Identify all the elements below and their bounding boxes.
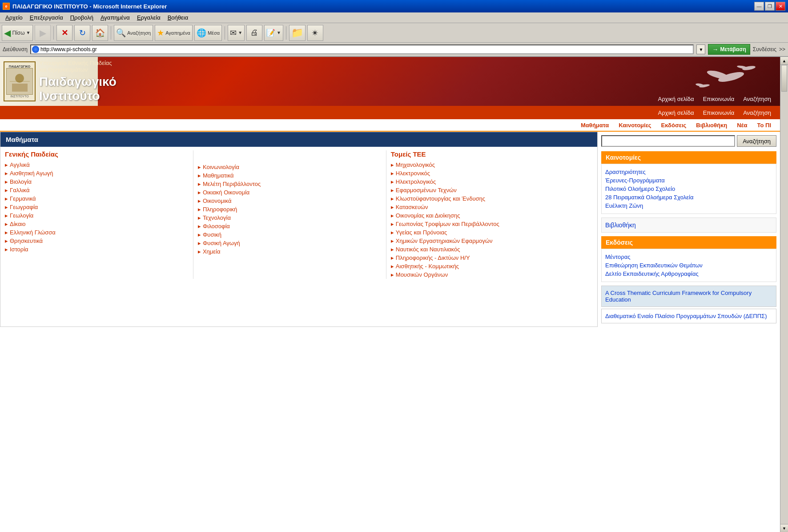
close-button[interactable]: ✕ <box>776 2 785 11</box>
nav-search-link[interactable]: Αναζήτηση <box>743 96 771 102</box>
menu-view[interactable]: Προβολή <box>67 13 97 22</box>
mail-button[interactable]: ✉ ▼ <box>228 25 245 41</box>
nav-top-contact[interactable]: Επικοινωνία <box>703 109 735 116</box>
bibliotiki-link[interactable]: Βιβλιοθήκη <box>605 222 636 229</box>
col-genikes-2: Κοινωνιολογία Μαθηματικά Μελέτη Περιβάλλ… <box>193 150 386 279</box>
tee-xhmikwn[interactable]: Χημικών Εργαστηριακών Εφαρμογών <box>391 237 593 245</box>
back-button[interactable]: ◀ Πίσω ▼ <box>2 25 33 41</box>
menu-file[interactable]: Αρχείο <box>2 13 26 22</box>
menu-tools[interactable]: Εργαλεία <box>133 13 164 22</box>
course-aisthitiki[interactable]: Αισθητική Αγωγή <box>5 169 189 177</box>
dropdown-arrow-2-icon: ▼ <box>238 30 242 35</box>
logo-text-top: ΠΑΙΔΑΓΩΓΙΚΟ <box>9 65 30 68</box>
link-mentoras[interactable]: Μέντορας <box>605 253 772 261</box>
nav-top-home[interactable]: Αρχική σελίδα <box>658 109 694 116</box>
link-drastiriotites[interactable]: Δραστηριότητες <box>605 168 772 176</box>
course-texnologia[interactable]: Τεχνολογία <box>198 214 382 222</box>
course-dikaio[interactable]: Δίκαιο <box>5 220 189 228</box>
scroll-track[interactable] <box>780 65 788 524</box>
course-koinoniologia[interactable]: Κοινωνιολογία <box>198 163 382 171</box>
nav-topi[interactable]: Το ΠΙ <box>757 122 771 129</box>
tee-mousikwn[interactable]: Μουσικών Οργάνων <box>391 270 593 279</box>
search-button[interactable]: 🔍 Αναζήτηση <box>114 25 153 41</box>
course-elliniki[interactable]: Ελληνική Γλώσσα <box>5 228 189 237</box>
cross-thematic-box[interactable]: A Cross Thematic Curriculum Framework fo… <box>601 286 776 307</box>
refresh-button[interactable]: ↻ <box>74 25 90 41</box>
scroll-down-button[interactable]: ▼ <box>780 524 788 532</box>
site-search-button[interactable]: Αναζήτηση <box>737 135 776 147</box>
tee-oikonomias[interactable]: Οικονομίας και Διοίκησης <box>391 211 593 220</box>
media-button[interactable]: 🌐 Μέσα <box>194 25 222 41</box>
address-input[interactable] <box>40 46 692 52</box>
favorites-button[interactable]: ★ Αγαπημένα <box>155 25 193 41</box>
course-mathimatika[interactable]: Μαθηματικά <box>198 171 382 180</box>
messenger-button[interactable]: ✴ <box>307 25 323 41</box>
tee-ilektrologikos[interactable]: Ηλεκτρολογικός <box>391 177 593 186</box>
nav-contact[interactable]: Επικοινωνία <box>703 96 735 102</box>
tee-aisthitikis[interactable]: Αισθητικής - Κομμωτικής <box>391 262 593 270</box>
course-meleti[interactable]: Μελέτη Περιβάλλοντος <box>198 180 382 188</box>
star-icon: ★ <box>157 28 164 38</box>
tee-geoponias[interactable]: Γεωπονίας Τροφίμων και Περιβάλλοντος <box>391 220 593 228</box>
link-epigewrisi[interactable]: Επιθεώρηση Εκπαιδευτικών Θεμάτων <box>605 261 772 270</box>
menu-help[interactable]: Βοήθεια <box>164 13 192 22</box>
menu-edit[interactable]: Επεξεργασία <box>26 13 67 22</box>
nav-vivliothiki[interactable]: Βιβλιοθήκη <box>696 122 727 129</box>
tee-nautikos[interactable]: Ναυτικός και Ναυτιλιακός <box>391 245 593 254</box>
scroll-up-button[interactable]: ▲ <box>780 57 788 65</box>
link-deltio[interactable]: Δελτίο Εκπαιδευτικής Αρθρογραφίας <box>605 270 772 278</box>
go-button[interactable]: → Μετάβαση <box>708 44 750 55</box>
course-istoria[interactable]: Ιστορία <box>5 245 189 254</box>
menu-favorites[interactable]: Αγαπημένα <box>97 13 133 22</box>
course-germanika[interactable]: Γερμανικά <box>5 194 189 203</box>
tee-mhxanologikos[interactable]: Μηχανολογικός <box>391 161 593 169</box>
diathematiko-box[interactable]: Διαθεματικό Ενιαίο Πλαίσιο Προγραμμάτων … <box>601 309 776 323</box>
address-input-wrap[interactable] <box>30 44 694 54</box>
tee-klwsto[interactable]: Κλωστοϋφαντουργίας και Ένδυσης <box>391 194 593 203</box>
tee-efarmogmenwn[interactable]: Εφαρμοσμένων Τεχνών <box>391 186 593 194</box>
tee-kataskeywn[interactable]: Κατασκευών <box>391 203 593 211</box>
edit-button[interactable]: 📝 ▼ <box>264 25 283 41</box>
course-pliroforiiki[interactable]: Πληροφορική <box>198 205 382 214</box>
nav-kainotomies[interactable]: Καινοτομίες <box>619 122 651 129</box>
site-search-input[interactable] <box>601 135 735 147</box>
toolbar-separator-2 <box>111 26 111 40</box>
course-filosofia[interactable]: Φιλοσοφία <box>198 222 382 230</box>
course-oikonomika[interactable]: Οικονομικά <box>198 197 382 205</box>
maximize-button[interactable]: ❐ <box>765 2 775 11</box>
course-fysiki-agogi[interactable]: Φυσική Αγωγή <box>198 239 382 247</box>
link-ereunes[interactable]: Έρευνες-Προγράμματα <box>605 176 772 185</box>
nav-top-search[interactable]: Αναζήτηση <box>743 109 771 116</box>
address-dropdown-button[interactable]: ▼ <box>696 44 705 54</box>
course-agglika[interactable]: Αγγλικά <box>5 161 189 169</box>
nav-ekdoseis[interactable]: Εκδόσεις <box>661 122 687 129</box>
nav-mathimata[interactable]: Μαθήματα <box>581 122 609 129</box>
folder-button[interactable]: 📁 <box>289 25 306 41</box>
course-fysiki[interactable]: Φυσική <box>198 230 382 239</box>
course-oikiaki[interactable]: Οικιακή Οικονομία <box>198 188 382 197</box>
course-thriskeftika[interactable]: Θρησκευτικά <box>5 237 189 245</box>
link-euelikti[interactable]: Ευέλικτη Ζώνη <box>605 202 772 210</box>
tee-pliroforikis[interactable]: Πληροφορικής - Δικτύων Η/Υ <box>391 254 593 262</box>
tee-ilektronikos[interactable]: Ηλεκτρονικός <box>391 169 593 177</box>
print-button[interactable]: 🖨 <box>246 25 262 41</box>
course-geografia[interactable]: Γεωγραφία <box>5 203 189 211</box>
course-xhmeia[interactable]: Χημεία <box>198 247 382 256</box>
diathematiko-link[interactable]: Διαθεματικό Ενιαίο Πλαίσιο Προγραμμάτων … <box>605 313 767 319</box>
nav-nea[interactable]: Νέα <box>737 122 747 129</box>
course-viologia[interactable]: Βιολογία <box>5 177 189 186</box>
tee-ygeias[interactable]: Υγείας και Πρόνοιας <box>391 228 593 237</box>
nav-home[interactable]: Αρχική σελίδα <box>658 96 694 102</box>
cross-thematic-link[interactable]: A Cross Thematic Curriculum Framework fo… <box>605 290 752 303</box>
stop-button[interactable]: ✕ <box>56 25 72 41</box>
scroll-thumb[interactable] <box>781 65 787 92</box>
links-more[interactable]: >> <box>779 46 785 52</box>
link-28peir[interactable]: 28 Πειραματικά Ολοήμερα Σχολεία <box>605 193 772 202</box>
course-gallika[interactable]: Γαλλικά <box>5 186 189 194</box>
home-button[interactable]: 🏠 <box>92 25 108 41</box>
forward-button[interactable]: ▶ <box>35 25 51 41</box>
course-geologia[interactable]: Γεωλογία <box>5 211 189 220</box>
vertical-scrollbar: ▲ ▼ <box>780 57 788 532</box>
link-pilotiko[interactable]: Πιλοτικό Ολοήμερο Σχολείο <box>605 185 772 193</box>
minimize-button[interactable]: — <box>754 2 764 11</box>
